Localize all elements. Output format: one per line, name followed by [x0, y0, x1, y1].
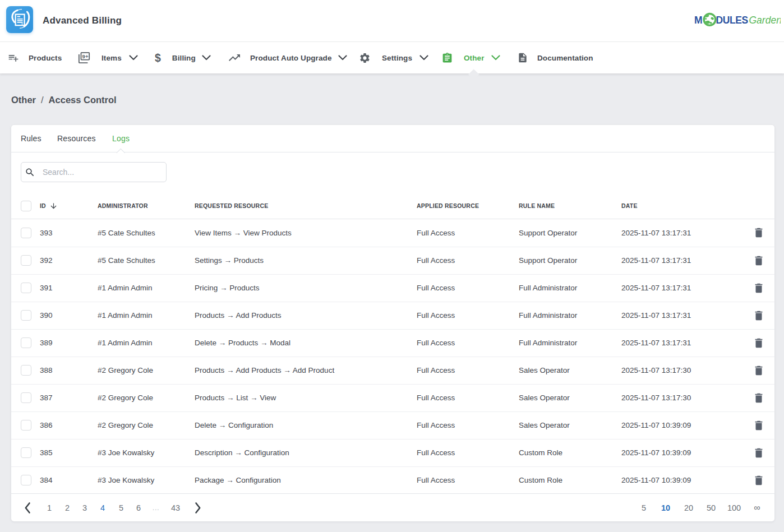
svg-text:DULES: DULES	[716, 15, 748, 26]
svg-text:M: M	[694, 15, 702, 26]
svg-text:Garden: Garden	[749, 15, 781, 26]
svg-text:9+: 9+	[82, 53, 89, 59]
